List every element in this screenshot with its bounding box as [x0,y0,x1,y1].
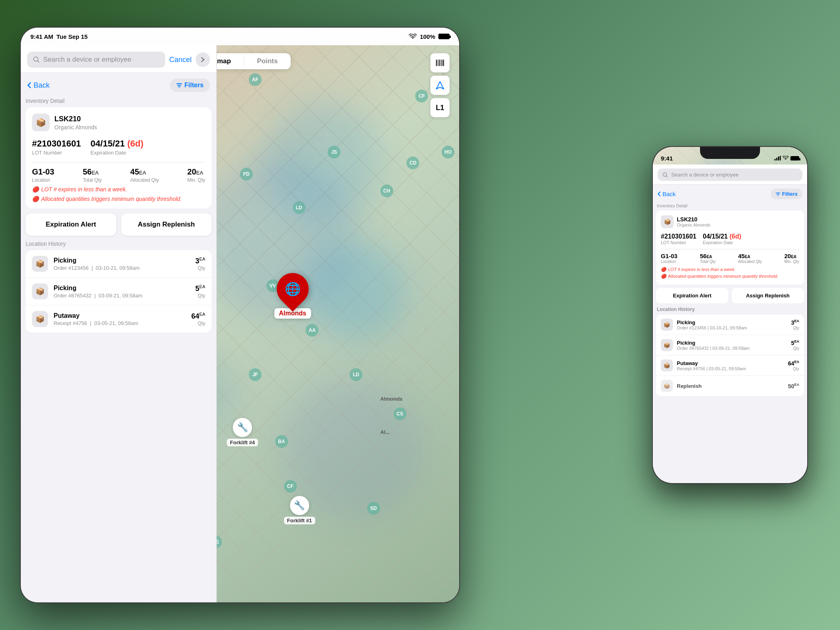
forklift4-marker: 🔧 Forklift #4 [227,418,258,446]
ipad-search-input-wrap[interactable]: Search a device or employee [27,52,165,68]
ipad-allocated-qty-label: Allocated Qty [130,177,159,183]
iphone-screen: 9:41 [653,147,807,483]
iphone-action-buttons: Expiration Alert Assign Replenish [656,288,804,303]
forklift1-label: Forklift #1 [284,517,315,524]
ipad-arrow-button[interactable] [196,52,210,67]
iphone-filters-button[interactable]: Filters [771,189,802,199]
iphone-item-subtitle: Organic Almonds [677,223,710,227]
ipad-history-qty-value-2: 64EA [191,312,205,321]
iphone-history-info-3: Replenish [677,383,784,389]
iphone-filters-label: Filters [782,191,798,197]
iphone-min-qty-stat: 20EA Min. Qty [784,253,799,264]
ipad-allocated-qty-value: 45EA [130,167,146,177]
barcode-button[interactable] [430,53,450,72]
ipad-history-qty-2: 64EA Qty [191,312,205,326]
ipad-status-bar: 9:41 AM Tue Sep 15 100% [21,28,459,45]
ipad-history-info-0: Picking Order #123456 | 03-10-21, 09:58a… [54,257,190,271]
ipad-min-qty-stat: 20EA Min. Qty [187,167,205,183]
ipad-expiration-alert-button[interactable]: Expiration Alert [26,213,116,236]
iphone-allocated-qty-stat: 45EA Allocated Qty [738,253,762,264]
iphone-assign-replenish-button[interactable]: Assign Replenish [732,288,804,303]
iphone-back-filters: Back Filters [653,185,807,203]
iphone-search-input-wrap[interactable]: Search a device or employee [658,169,802,181]
tab-points[interactable]: Points [244,53,290,69]
battery-percent: 100% [420,33,435,40]
iphone-history-subtitle-0: Order #123456 | 03-10-21, 09:58am [677,325,787,330]
map-label-af: AF [249,73,262,86]
iphone-time: 9:41 [661,150,673,162]
ipad-history-item-0: 📦 Picking Order #123456 | 03-10-21, 09:5… [26,250,212,278]
filter-icon [176,82,182,88]
ipad-history-subtitle-2: Receipt #4756 | 03-05-21, 09:58am [54,320,186,326]
ipad-history-icon-2: 📦 [32,311,48,327]
iphone-allocated-qty-value: 45EA [738,253,762,259]
status-right: 100% [409,33,450,40]
location-button[interactable] [430,76,450,95]
ipad-history-qty-unit-2: Qty [191,321,205,326]
ipad-history-item-2: 📦 Putaway Receipt #4756 | 03-05-21, 09:5… [26,305,212,333]
ipad-divider [32,162,205,163]
search-icon [33,56,40,63]
ipad-history-info-2: Putaway Receipt #4756 | 03-05-21, 09:58a… [54,312,186,326]
ipad-device: 9:41 AM Tue Sep 15 100% [20,27,460,603]
map-label-ba: BA [275,435,288,448]
iphone-history-type-2: Putaway [677,360,784,366]
iphone-status-icons [774,151,799,161]
ipad-detail-row-lot: #210301601 LOT Number 04/15/21 (6d) Expi… [32,138,205,156]
ipad-history-icon-1: 📦 [32,283,48,299]
almonds-pin-icon: 🌐 [285,281,301,297]
ipad-total-qty-value: 56EA [83,167,99,177]
iphone-panel: Search a device or employee Back [653,165,807,483]
svg-rect-9 [778,156,779,161]
iphone-history-type-1: Picking [677,340,787,346]
iphone-min-qty-value: 20EA [784,253,799,259]
ipad-filters-button[interactable]: Filters [170,78,210,92]
iphone-history-item-2: 📦 Putaway Receipt #4756 | 03-05-21, 09:5… [656,355,804,376]
ipad-history-type-2: Putaway [54,312,186,319]
iphone-total-qty-label: Total Qty [700,259,716,264]
ipad-warning1: 🔴 LOT # expires in less than a week. [32,186,205,193]
iphone-history-icon-3: 📦 [661,380,673,392]
iphone-signal-icon [774,156,781,161]
map-label-cs: CS [394,407,406,420]
level-button[interactable]: L1 [430,98,450,117]
iphone-history-info-1: Picking Order #8765432 | 03-09-21, 09:58… [677,340,787,351]
iphone-history-item-3: 📦 Replenish 50EA [656,376,804,396]
almonds-marker: 🌐 Almonds [274,273,311,319]
wifi-icon [409,34,417,39]
ipad-back-button[interactable]: Back [27,81,50,90]
location-arrow-icon [436,81,444,90]
svg-rect-0 [436,60,437,66]
ipad-back-label: Back [34,81,50,90]
level-label: L1 [436,104,444,112]
ipad-cancel-button[interactable]: Cancel [169,56,192,64]
forklift4-icon: 🔧 [233,418,252,437]
ipad-back-filters: Back Filters [21,73,216,98]
ipad-action-buttons: Expiration Alert Assign Replenish [26,213,212,236]
ipad-min-qty-value: 20EA [187,167,203,177]
map-label-cf-bot: CF [284,480,297,493]
barcode-icon [435,58,445,68]
iphone-location-history-label: Location History [657,307,803,312]
ipad-assign-replenish-button[interactable]: Assign Replenish [121,213,212,236]
ipad-expiration-date: 04/15/21 (6d) Expiration Date [90,138,143,156]
ipad-history-qty-1: 5EA Qty [195,284,205,299]
ipad-location-stat: G1-03 Location [32,167,54,183]
ipad-filters-label: Filters [184,82,204,89]
iphone-location-label: Location [661,259,678,264]
iphone-search-icon [662,172,668,178]
iphone-filter-icon [776,192,780,197]
map-label-ho: HO [442,146,454,159]
map-label-ch: CH [380,185,393,197]
iphone-item-info: LSK210 Organic Almonds [677,216,710,227]
iphone-warning2-icon: 🔴 [661,274,666,279]
iphone-expiration-alert-button[interactable]: Expiration Alert [656,288,728,303]
map-controls-right: L1 [430,53,450,117]
iphone-warning2: 🔴 Allocated quantities triggers minimum … [661,274,799,279]
iphone-history-type-3: Replenish [677,383,784,389]
iphone-back-button[interactable]: Back [658,191,676,197]
ipad-history-qty-unit-0: Qty [195,265,205,271]
iphone-history-subtitle-1: Order #8765432 | 03-09-21, 09:58am [677,346,787,351]
forklift4-label: Forklift #4 [227,439,258,446]
iphone-location-history: 📦 Picking Order #123456 | 03-10-21, 09:5… [656,315,804,396]
